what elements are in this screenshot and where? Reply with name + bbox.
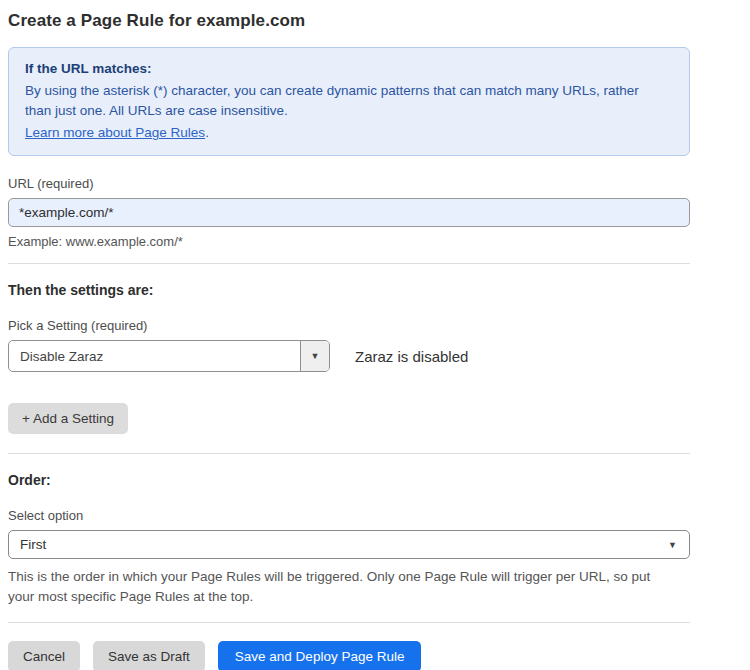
settings-heading: Then the settings are: (8, 282, 690, 298)
action-bar: Cancel Save as Draft Save and Deploy Pag… (8, 641, 690, 670)
setting-picker-label: Pick a Setting (required) (8, 318, 690, 333)
setting-status-text: Zaraz is disabled (355, 348, 468, 365)
setting-dropdown[interactable]: Disable Zaraz ▼ (8, 340, 330, 372)
divider (8, 622, 690, 623)
save-deploy-button[interactable]: Save and Deploy Page Rule (218, 641, 422, 670)
url-label: URL (required) (8, 176, 690, 191)
setting-dropdown-arrow-button[interactable]: ▼ (300, 341, 329, 371)
url-match-info-box: If the URL matches: By using the asteris… (8, 47, 690, 156)
chevron-down-icon: ▼ (311, 351, 320, 361)
divider (8, 263, 690, 264)
setting-dropdown-value: Disable Zaraz (9, 341, 300, 371)
order-heading: Order: (8, 472, 690, 488)
cancel-button[interactable]: Cancel (8, 641, 80, 670)
page-title: Create a Page Rule for example.com (8, 11, 690, 31)
link-period: . (205, 125, 209, 140)
url-input[interactable] (8, 198, 690, 227)
order-select-label: Select option (8, 508, 690, 523)
order-select[interactable]: First ▼ (8, 530, 690, 559)
info-box-body: By using the asterisk (*) character, you… (25, 81, 665, 121)
save-draft-button[interactable]: Save as Draft (93, 641, 205, 670)
order-helper-text: This is the order in which your Page Rul… (8, 567, 678, 607)
add-setting-button[interactable]: + Add a Setting (8, 403, 128, 434)
page-rule-form: Create a Page Rule for example.com If th… (0, 0, 750, 670)
learn-more-link[interactable]: Learn more about Page Rules (25, 125, 205, 140)
url-example-helper: Example: www.example.com/* (8, 234, 690, 249)
chevron-down-icon: ▼ (668, 540, 677, 550)
divider (8, 453, 690, 454)
info-box-heading: If the URL matches: (25, 59, 673, 79)
order-select-value: First (20, 537, 46, 552)
